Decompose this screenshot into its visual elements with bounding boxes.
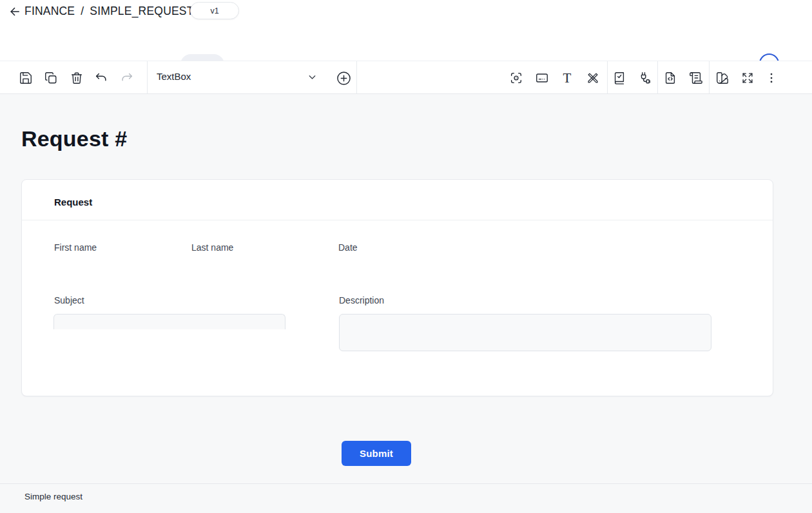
fullscreen-button[interactable] <box>736 66 759 90</box>
preview-eye-icon <box>509 71 523 85</box>
form-title[interactable]: Request # <box>21 126 127 151</box>
rules-button[interactable] <box>608 66 631 90</box>
scripts-button[interactable] <box>684 66 708 90</box>
duplicate-icon <box>44 71 58 85</box>
script-scroll-icon <box>689 71 703 85</box>
form-section-card[interactable]: Request First name Last name Date Subjec… <box>21 179 773 396</box>
field-properties-button[interactable] <box>530 66 554 90</box>
field-label-subject[interactable]: Subject <box>54 295 84 305</box>
tab-bar: General Participants Data Form Workflow … <box>0 26 812 61</box>
field-label-description[interactable]: Description <box>339 295 384 305</box>
code-file-icon <box>663 71 677 85</box>
redo-icon <box>120 71 134 85</box>
app-window: FINANCE / SIMPLE_REQUEST v1 General Part… <box>0 0 812 513</box>
add-element-button[interactable] <box>332 66 355 90</box>
code-view-button[interactable] <box>659 66 682 90</box>
text-icon: T <box>563 72 572 85</box>
design-tools-icon <box>586 71 600 85</box>
plus-circle-icon <box>336 70 352 86</box>
toolbar-divider <box>657 61 658 93</box>
fullscreen-icon <box>740 71 755 85</box>
field-label-last-name[interactable]: Last name <box>191 242 233 253</box>
theme-button[interactable] <box>711 66 734 90</box>
section-title[interactable]: Request <box>54 197 92 208</box>
save-button[interactable] <box>14 66 37 90</box>
top-bar: FINANCE / SIMPLE_REQUEST v1 <box>0 0 812 26</box>
element-type-select[interactable]: TextBox <box>148 61 329 93</box>
version-badge[interactable]: v1 <box>190 2 239 19</box>
arrow-left-icon <box>8 5 21 18</box>
chevron-down-icon <box>307 72 318 82</box>
undo-button[interactable] <box>90 66 113 90</box>
more-options-button[interactable] <box>760 66 783 90</box>
footer-bar: Simple request <box>0 483 812 513</box>
design-tools-button[interactable] <box>581 66 604 90</box>
element-type-value: TextBox <box>157 71 191 82</box>
field-label-first-name[interactable]: First name <box>54 242 97 253</box>
integrations-button[interactable] <box>633 66 656 90</box>
form-canvas: Request # Request First name Last name D… <box>0 94 812 483</box>
preview-button[interactable] <box>505 66 528 90</box>
field-card-icon <box>535 71 549 85</box>
undo-icon <box>94 71 108 85</box>
more-menu-icon <box>764 71 778 85</box>
back-button[interactable] <box>6 3 23 20</box>
integration-plug-icon <box>637 71 652 85</box>
version-badge-label: v1 <box>210 6 218 15</box>
field-label-date[interactable]: Date <box>338 242 358 253</box>
breadcrumb: FINANCE / SIMPLE_REQUEST <box>24 3 194 19</box>
toolbar-divider <box>709 61 710 93</box>
duplicate-button[interactable] <box>39 66 63 90</box>
theme-palette-icon <box>715 71 730 85</box>
delete-button[interactable] <box>65 66 88 90</box>
text-style-button[interactable]: T <box>556 66 579 90</box>
breadcrumb-separator: / <box>81 5 84 18</box>
submit-button[interactable]: Submit <box>342 441 411 466</box>
delete-icon <box>70 71 84 85</box>
section-divider <box>22 220 773 220</box>
rules-book-icon <box>612 71 626 85</box>
breadcrumb-current: SIMPLE_REQUEST <box>90 5 193 18</box>
redo-button[interactable] <box>115 66 139 90</box>
description-input[interactable] <box>339 314 711 351</box>
subject-input[interactable] <box>53 314 285 329</box>
breadcrumb-parent[interactable]: FINANCE <box>24 5 75 18</box>
save-icon <box>19 71 33 85</box>
form-builder-toolbar: TextBox T <box>0 61 812 94</box>
toolbar-divider <box>356 61 357 93</box>
process-name: Simple request <box>24 492 82 501</box>
